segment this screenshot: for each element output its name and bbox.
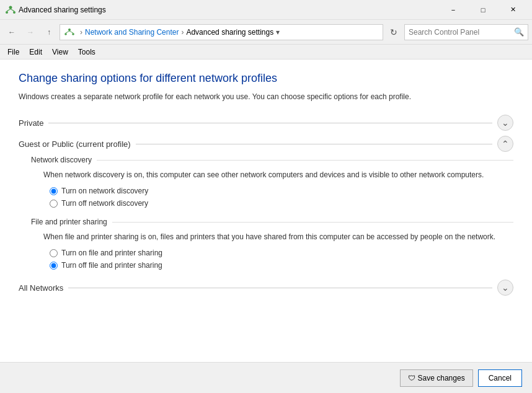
title-bar: Advanced sharing settings − □ ✕ [0, 0, 532, 20]
page-title: Change sharing options for different net… [19, 72, 513, 85]
profile-guest-public-content: Network discovery When network discovery… [19, 156, 513, 270]
up-button[interactable]: ↑ [41, 24, 57, 40]
network-discovery-on-radio[interactable] [50, 187, 58, 195]
menu-tools[interactable]: Tools [73, 46, 100, 58]
back-button[interactable]: ← [4, 24, 20, 40]
svg-line-4 [11, 9, 14, 11]
file-printer-sharing-header: File and printer sharing [31, 218, 513, 226]
profile-guest-public: Guest or Public (current profile) ⌃ Netw… [19, 136, 513, 270]
svg-line-3 [7, 9, 11, 11]
subsection-file-printer-sharing: File and printer sharing When file and p… [31, 218, 513, 270]
svg-point-0 [9, 6, 12, 9]
network-discovery-options: Turn on network discovery Turn off netwo… [31, 187, 513, 208]
breadcrumb-current-page: Advanced sharing settings [186, 28, 273, 37]
file-printer-sharing-off-radio[interactable] [50, 262, 58, 270]
search-input[interactable] [409, 28, 514, 37]
profile-all-networks: All Networks ⌄ [19, 280, 513, 296]
file-printer-sharing-on-text: Turn on file and printer sharing [61, 249, 162, 257]
menu-view[interactable]: View [47, 46, 73, 58]
network-discovery-off-text: Turn off network discovery [61, 199, 148, 208]
profile-all-networks-label: All Networks [19, 283, 63, 293]
bottom-bar: 🛡 Save changes Cancel [0, 362, 532, 393]
profile-private-label: Private [19, 118, 43, 128]
page-description: Windows creates a separate network profi… [19, 91, 513, 102]
menu-file[interactable]: File [2, 46, 24, 58]
svg-line-8 [66, 31, 69, 33]
profile-private-line [48, 123, 492, 123]
network-discovery-header: Network discovery [31, 156, 513, 164]
network-discovery-on-label[interactable]: Turn on network discovery [50, 187, 513, 195]
profile-private: Private ⌄ [19, 115, 513, 131]
search-icon: 🔍 [514, 27, 524, 37]
refresh-button[interactable]: ↻ [386, 24, 402, 40]
menu-bar: File Edit View Tools [0, 45, 532, 60]
file-printer-sharing-line [112, 222, 513, 223]
network-discovery-on-text: Turn on network discovery [61, 187, 148, 195]
address-bar: ← → ↑ › Network and Sharing Center › Adv… [0, 20, 532, 45]
profile-all-networks-line [68, 288, 492, 288]
file-printer-sharing-on-label[interactable]: Turn on file and printer sharing [50, 249, 513, 257]
close-button[interactable]: ✕ [499, 0, 527, 20]
maximize-button[interactable]: □ [469, 0, 497, 20]
forward-button[interactable]: → [22, 24, 38, 40]
profile-guest-public-line [136, 144, 492, 144]
breadcrumb-sep-2: › [181, 28, 184, 37]
profile-private-header: Private ⌄ [19, 115, 513, 131]
breadcrumb-dropdown-button[interactable]: ▾ [276, 28, 280, 37]
svg-point-5 [68, 29, 71, 31]
menu-edit[interactable]: Edit [24, 46, 47, 58]
window-icon [5, 5, 15, 15]
breadcrumb-sep-1: › [80, 28, 82, 37]
svg-point-2 [13, 11, 16, 14]
file-printer-sharing-off-text: Turn off file and printer sharing [61, 261, 162, 270]
network-discovery-desc: When network discovery is on, this compu… [31, 169, 513, 180]
svg-point-6 [64, 33, 67, 35]
breadcrumb-network-link[interactable]: Network and Sharing Center [85, 28, 179, 37]
cancel-button[interactable]: Cancel [478, 369, 522, 387]
file-printer-sharing-label: File and printer sharing [31, 218, 107, 226]
breadcrumb: › Network and Sharing Center › Advanced … [60, 24, 383, 40]
save-changes-label: Save changes [418, 374, 465, 382]
profile-guest-public-label: Guest or Public (current profile) [19, 139, 131, 149]
subsection-network-discovery: Network discovery When network discovery… [31, 156, 513, 208]
minimize-button[interactable]: − [439, 0, 468, 20]
profile-all-networks-header: All Networks ⌄ [19, 280, 513, 296]
window-controls: − □ ✕ [439, 0, 527, 20]
shield-icon: 🛡 [408, 374, 415, 382]
profile-private-toggle[interactable]: ⌄ [497, 115, 513, 131]
network-discovery-line [97, 160, 513, 161]
profile-guest-public-toggle[interactable]: ⌃ [497, 136, 513, 152]
file-printer-sharing-on-radio[interactable] [50, 249, 58, 257]
svg-line-9 [69, 31, 73, 33]
svg-point-1 [6, 11, 8, 14]
svg-point-7 [72, 33, 74, 35]
window-title: Advanced sharing settings [19, 6, 439, 14]
file-printer-sharing-off-label[interactable]: Turn off file and printer sharing [50, 261, 513, 270]
content-area: Change sharing options for different net… [0, 60, 532, 393]
network-discovery-off-radio[interactable] [50, 200, 58, 208]
search-box: 🔍 [404, 24, 528, 40]
network-discovery-label: Network discovery [31, 156, 92, 164]
file-printer-sharing-options: Turn on file and printer sharing Turn of… [31, 249, 513, 270]
profile-all-networks-toggle[interactable]: ⌄ [497, 280, 513, 296]
file-printer-sharing-desc: When file and printer sharing is on, fil… [31, 231, 513, 242]
network-discovery-off-label[interactable]: Turn off network discovery [50, 199, 513, 208]
network-breadcrumb-icon [64, 28, 75, 37]
save-changes-button[interactable]: 🛡 Save changes [400, 369, 473, 387]
profile-guest-public-header: Guest or Public (current profile) ⌃ [19, 136, 513, 152]
